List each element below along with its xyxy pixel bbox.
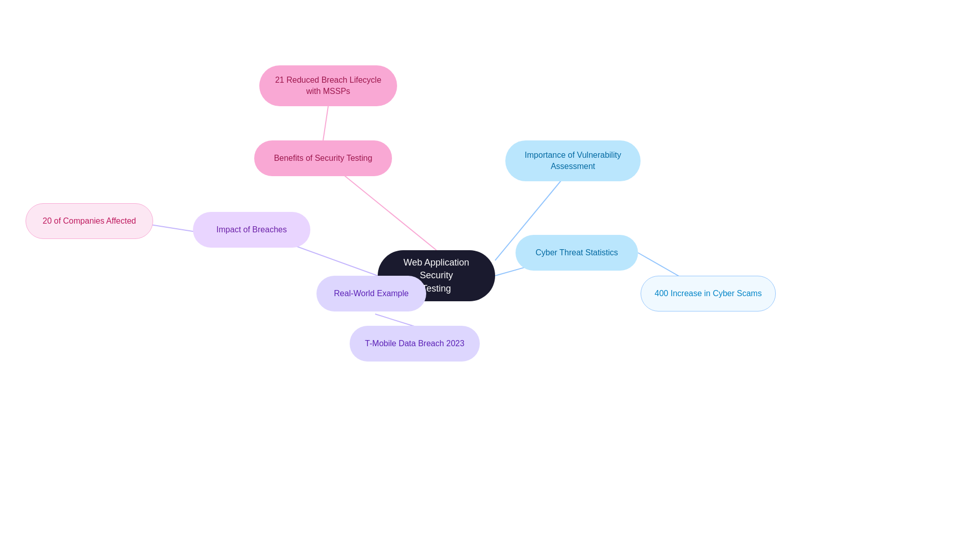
companies-affected-node[interactable]: 20 of Companies Affected xyxy=(26,203,153,239)
cyber-threat-node[interactable]: Cyber Threat Statistics xyxy=(516,235,638,271)
reduced-breach-node[interactable]: 21 Reduced Breach Lifecycle with MSSPs xyxy=(259,65,397,106)
importance-vuln-node[interactable]: Importance of Vulnerability Assessment xyxy=(505,140,641,181)
svg-line-8 xyxy=(375,314,416,327)
svg-line-1 xyxy=(323,106,328,140)
impact-breaches-label: Impact of Breaches xyxy=(216,224,287,235)
impact-breaches-node[interactable]: Impact of Breaches xyxy=(193,212,310,248)
tmobile-node[interactable]: T-Mobile Data Breach 2023 xyxy=(350,326,480,362)
reduced-breach-label: 21 Reduced Breach Lifecycle with MSSPs xyxy=(275,75,381,98)
companies-affected-label: 20 of Companies Affected xyxy=(43,215,136,227)
benefits-label: Benefits of Security Testing xyxy=(274,153,373,164)
svg-line-4 xyxy=(151,225,199,232)
real-world-label: Real-World Example xyxy=(334,288,408,299)
importance-vuln-label: Importance of Vulnerability Assessment xyxy=(525,150,621,173)
cyber-threat-label: Cyber Threat Statistics xyxy=(535,247,618,258)
tmobile-label: T-Mobile Data Breach 2023 xyxy=(365,338,464,349)
cyber-scams-label: 400 Increase in Cyber Scams xyxy=(655,288,762,299)
real-world-node[interactable]: Real-World Example xyxy=(316,276,426,311)
cyber-scams-node[interactable]: 400 Increase in Cyber Scams xyxy=(641,276,776,311)
benefits-security-testing-node[interactable]: Benefits of Security Testing xyxy=(254,140,392,176)
